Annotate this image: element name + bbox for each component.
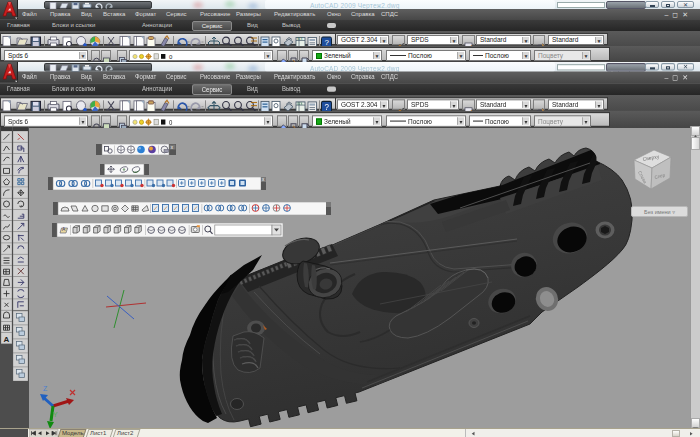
svg-text:Z: Z xyxy=(43,385,48,392)
svg-text:XLS: XLS xyxy=(297,37,302,41)
svg-text:A: A xyxy=(3,335,9,344)
svg-text:Y: Y xyxy=(53,411,58,418)
svg-text:0: 0 xyxy=(169,54,173,60)
svg-text:XLS: XLS xyxy=(297,101,302,105)
